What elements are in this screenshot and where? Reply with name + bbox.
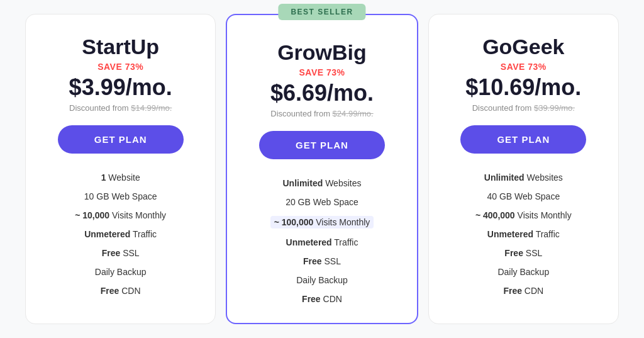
feature-item: Unlimited Websites <box>447 171 601 184</box>
get-plan-button-startup[interactable]: GET PLAN <box>58 125 184 154</box>
feature-item: 40 GB Web Space <box>447 190 601 203</box>
save-badge-gogeek: SAVE 73% <box>501 62 547 72</box>
plan-card-growbig: BEST SELLERGrowBigSAVE 73%$6.69/mo.Disco… <box>226 14 418 324</box>
plan-card-gogeek: GoGeekSAVE 73%$10.69/mo.Discounted from … <box>428 14 619 324</box>
discounted-from-startup: Discounted from $14.99/mo. <box>69 103 172 113</box>
feature-item: 1 Website <box>43 171 197 184</box>
save-badge-growbig: SAVE 73% <box>299 67 345 77</box>
get-plan-button-gogeek[interactable]: GET PLAN <box>460 125 586 154</box>
feature-item: Free CDN <box>43 284 197 297</box>
feature-item: Free CDN <box>245 293 399 305</box>
plan-price-startup: $3.99/mo. <box>69 74 172 101</box>
features-list-growbig: Unlimited Websites20 GB Web Space~ 100,0… <box>245 177 399 305</box>
feature-item: Daily Backup <box>43 266 197 278</box>
plan-card-startup: StartUpSAVE 73%$3.99/mo.Discounted from … <box>25 14 216 324</box>
feature-item: Daily Backup <box>447 266 601 278</box>
best-seller-badge: BEST SELLER <box>278 4 365 20</box>
plan-price-growbig: $6.69/mo. <box>270 80 374 106</box>
feature-item: ~ 100,000 Visits Monthly <box>245 215 399 230</box>
feature-item: ~ 10,000 Visits Monthly <box>43 209 197 222</box>
feature-item: Free SSL <box>447 247 601 259</box>
feature-item: Unlimited Websites <box>245 177 399 189</box>
plan-name-startup: StartUp <box>82 35 159 59</box>
features-list-startup: 1 Website10 GB Web Space~ 10,000 Visits … <box>43 171 197 297</box>
plan-price-gogeek: $10.69/mo. <box>465 74 581 101</box>
plan-name-growbig: GrowBig <box>277 40 367 65</box>
feature-item: Unmetered Traffic <box>447 228 601 240</box>
get-plan-button-growbig[interactable]: GET PLAN <box>259 131 385 159</box>
plan-name-gogeek: GoGeek <box>482 35 564 59</box>
feature-item: 20 GB Web Space <box>245 196 399 208</box>
discounted-from-growbig: Discounted from $24.99/mo. <box>270 109 373 118</box>
discounted-from-gogeek: Discounted from $39.99/mo. <box>472 103 575 113</box>
feature-item: Free SSL <box>245 255 399 268</box>
pricing-container: StartUpSAVE 73%$3.99/mo.Discounted from … <box>20 14 624 324</box>
feature-item: Daily Backup <box>245 274 399 286</box>
feature-item: Free CDN <box>447 284 601 297</box>
feature-item: Free SSL <box>43 247 197 259</box>
feature-item: Unmetered Traffic <box>245 236 399 249</box>
feature-item: ~ 400,000 Visits Monthly <box>447 209 601 222</box>
feature-item: Unmetered Traffic <box>43 228 197 240</box>
feature-item: 10 GB Web Space <box>43 190 197 203</box>
save-badge-startup: SAVE 73% <box>97 62 143 72</box>
features-list-gogeek: Unlimited Websites40 GB Web Space~ 400,0… <box>447 171 601 297</box>
